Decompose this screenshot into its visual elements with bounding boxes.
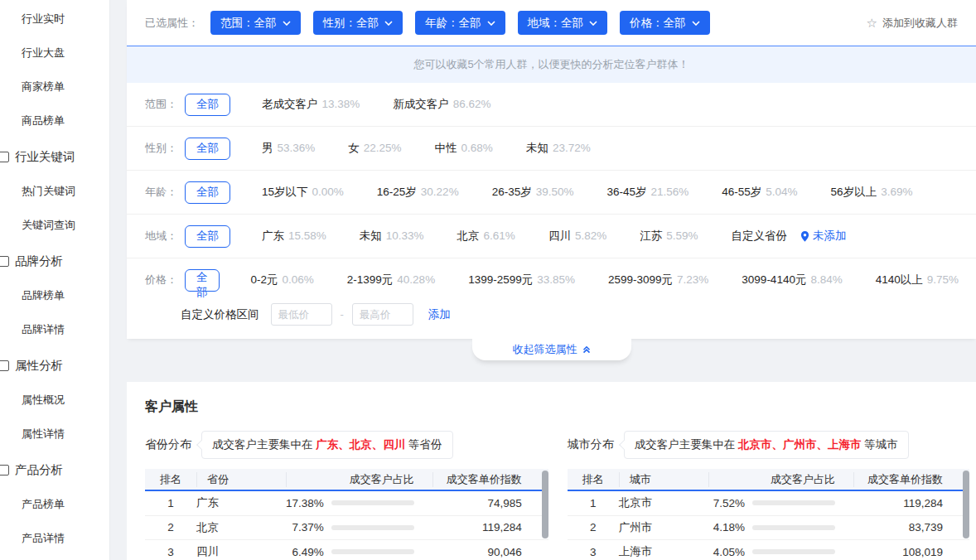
sidebar-item-label: 属性分析 — [15, 358, 63, 374]
attribute-option[interactable]: 56岁以上3.69% — [831, 185, 913, 200]
percent-bar-track — [331, 500, 414, 505]
sidebar-item-属性概况[interactable]: 属性概况 — [0, 383, 109, 417]
collapse-filter-button[interactable]: 收起筛选属性 — [472, 338, 631, 360]
attribute-option[interactable]: 36-45岁21.56% — [606, 185, 689, 200]
attribute-option[interactable]: 广东15.58% — [262, 229, 326, 244]
summary-suffix: 等省份 — [405, 438, 442, 451]
sidebar-item-品牌榜单[interactable]: 品牌榜单 — [0, 278, 109, 312]
filter-dropdown-button[interactable]: 地域：全部 — [518, 11, 608, 35]
table-row[interactable]: 2广州市4.18%83,739 — [568, 516, 969, 541]
sidebar-item-商品榜单[interactable]: 商品榜单 — [0, 104, 109, 138]
attribute-option[interactable]: 四川5.82% — [548, 229, 606, 244]
name-cell: 四川 — [196, 544, 286, 559]
attribute-option[interactable]: 江苏5.59% — [640, 229, 698, 244]
attribute-option[interactable]: 女22.25% — [348, 141, 401, 156]
table-row[interactable]: 3四川6.49%90,046 — [145, 540, 548, 560]
all-option-button[interactable]: 全部 — [185, 138, 230, 160]
attribute-row-line: 范围：全部老成交客户13.38%新成交客户86.62% — [145, 83, 976, 126]
filter-dropdown-button[interactable]: 性别：全部 — [313, 11, 403, 35]
filter-dropdown-button[interactable]: 价格：全部 — [620, 11, 710, 35]
double-chevron-up-icon — [582, 345, 591, 354]
option-name: 中性 — [435, 142, 457, 154]
table-header-cell: 成交客单价指数 — [432, 472, 548, 487]
sidebar-item-属性详情[interactable]: 属性详情 — [0, 417, 109, 451]
sidebar-item-label: 品牌详情 — [22, 322, 65, 337]
attribute-option[interactable]: 1399-2599元33.85% — [468, 273, 575, 287]
table-row[interactable]: 1北京市7.52%119,284 — [568, 491, 969, 516]
attribute-row-line: 年龄：全部15岁以下0.00%16-25岁30.22%26-35岁39.50%3… — [145, 171, 976, 214]
add-to-favorites-button[interactable]: ☆ 添加到收藏人群 — [867, 16, 958, 31]
option-name: 广东 — [262, 229, 284, 242]
custom-province-add-link[interactable]: 未添加 — [800, 229, 847, 244]
min-price-input[interactable] — [271, 303, 332, 326]
table-row[interactable]: 3上海市4.05%108,019 — [568, 540, 969, 560]
attribute-option[interactable]: 46-55岁5.04% — [722, 185, 797, 200]
percent-value: 17.38% — [286, 497, 324, 509]
attribute-option[interactable]: 3099-4140元8.84% — [742, 273, 842, 287]
attribute-option[interactable]: 老成交客户13.38% — [262, 97, 360, 112]
attribute-option[interactable]: 未知23.72% — [526, 141, 591, 156]
attribute-options: 广东15.58%未知10.33%北京6.61%四川5.82%江苏5.59% — [262, 229, 731, 244]
selected-attributes-bar: 已选属性： 范围：全部性别：全部年龄：全部地域：全部价格：全部 ☆ 添加到收藏人… — [127, 0, 976, 46]
index-cell: 74,985 — [432, 497, 548, 509]
attribute-option[interactable]: 2-1399元40.28% — [347, 273, 435, 287]
option-percent: 9.75% — [927, 273, 959, 286]
sidebar-item-行业实时[interactable]: 行业实时 — [0, 2, 109, 36]
option-percent: 15.58% — [288, 229, 326, 242]
attribute-row: 地域：全部广东15.58%未知10.33%北京6.61%四川5.82%江苏5.5… — [127, 215, 976, 258]
filter-dropdown-button[interactable]: 年龄：全部 — [415, 11, 505, 35]
all-option-button[interactable]: 全部 — [185, 181, 230, 204]
scrollbar-thumb[interactable] — [542, 471, 548, 538]
option-name: 未知 — [360, 229, 382, 242]
filter-dropdown-label: 范围：全部 — [220, 16, 277, 31]
sidebar-item-产品榜单[interactable]: 产品榜单 — [0, 487, 109, 521]
sidebar-item-产品详情[interactable]: 产品详情 — [0, 521, 109, 555]
option-percent: 30.22% — [421, 186, 459, 198]
sidebar-item-行业大盘[interactable]: 行业大盘 — [0, 36, 109, 70]
attribute-option[interactable]: 16-25岁30.22% — [377, 185, 459, 200]
attribute-option[interactable]: 15岁以下0.00% — [262, 185, 344, 200]
sidebar-item-产品分析[interactable]: 产品分析 — [0, 453, 109, 487]
option-percent: 3.69% — [881, 186, 912, 198]
max-price-input[interactable] — [352, 303, 413, 326]
sidebar-item-属性分析[interactable]: 属性分析 — [0, 349, 109, 383]
add-price-range-link[interactable]: 添加 — [428, 307, 451, 322]
attribute-option[interactable]: 0-2元0.06% — [251, 273, 314, 287]
attribute-row: 性别：全部男53.36%女22.25%中性0.68%未知23.72% — [127, 127, 976, 171]
filter-buttons-group: 范围：全部性别：全部年龄：全部地域：全部价格：全部 — [210, 11, 867, 35]
all-option-button[interactable]: 全部 — [185, 269, 220, 292]
attribute-option[interactable]: 4140以上9.75% — [876, 273, 959, 287]
data-table: 排名省份成交客户占比成交客单价指数1广东17.38%74,9852北京7.37%… — [145, 469, 548, 560]
option-name: 46-55岁 — [722, 186, 761, 198]
sidebar-item-关键词查询[interactable]: 关键词查询 — [0, 208, 109, 242]
table-header-row: 排名省份成交客户占比成交客单价指数 — [145, 469, 548, 491]
custom-price-label: 自定义价格区间 — [181, 307, 259, 322]
chevron-down-icon — [283, 21, 291, 26]
attribute-option[interactable]: 中性0.68% — [435, 141, 493, 156]
name-cell: 广东 — [196, 495, 286, 510]
scrollbar-thumb[interactable] — [963, 471, 969, 538]
option-percent: 0.68% — [461, 142, 493, 154]
occupancy-cell: 4.05% — [708, 546, 853, 558]
attribute-option[interactable]: 2599-3099元7.23% — [608, 273, 708, 287]
sidebar-item-品牌分析[interactable]: 品牌分析 — [0, 244, 109, 278]
table-row[interactable]: 2北京7.37%119,284 — [145, 516, 548, 541]
all-option-button[interactable]: 全部 — [185, 94, 230, 116]
sidebar-item-品牌详情[interactable]: 品牌详情 — [0, 312, 109, 346]
filter-dropdown-button[interactable]: 范围：全部 — [210, 11, 301, 35]
sidebar-item-商家榜单[interactable]: 商家榜单 — [0, 70, 109, 104]
attribute-option[interactable]: 新成交客户86.62% — [393, 97, 490, 112]
table-header-cell: 排名 — [568, 472, 619, 487]
attribute-option[interactable]: 未知10.33% — [360, 229, 424, 244]
option-name: 2599-3099元 — [608, 273, 673, 286]
sidebar-item-热门关键词[interactable]: 热门关键词 — [0, 174, 109, 208]
sidebar-item-行业关键词[interactable]: 行业关键词 — [0, 140, 109, 174]
all-option-button[interactable]: 全部 — [185, 225, 230, 248]
rank-cell: 3 — [568, 546, 619, 558]
attribute-option[interactable]: 男53.36% — [262, 141, 315, 156]
attribute-option[interactable]: 北京6.61% — [457, 229, 515, 244]
sidebar-item-label: 产品分析 — [15, 462, 63, 478]
option-name: 未知 — [526, 142, 548, 154]
attribute-option[interactable]: 26-35岁39.50% — [492, 185, 574, 200]
table-row[interactable]: 1广东17.38%74,985 — [145, 491, 548, 516]
